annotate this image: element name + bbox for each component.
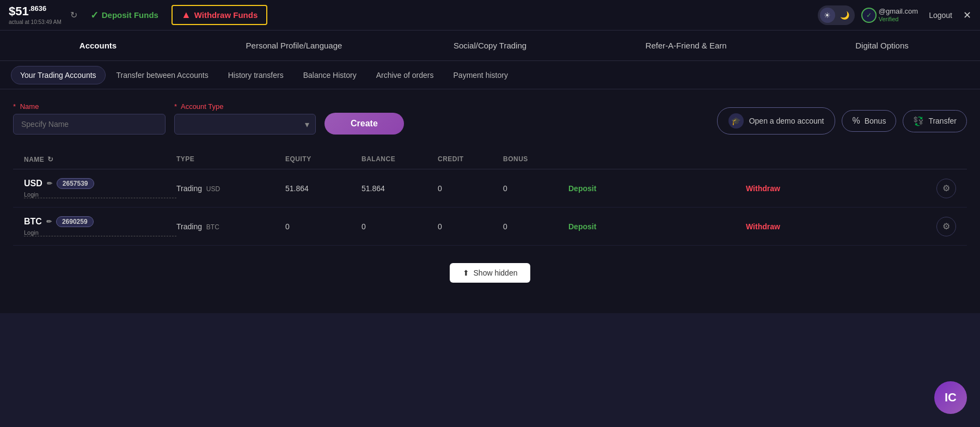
checkmark-icon: ✓ <box>90 9 99 21</box>
equity-btc: 0 <box>285 222 362 231</box>
type-cell-btc: Trading BTC <box>176 222 285 231</box>
type-select-wrapper: ▾ <box>174 114 316 135</box>
settings-button-btc[interactable]: ⚙ <box>936 217 956 236</box>
verified-label: Verified <box>879 16 918 23</box>
refresh-icon[interactable]: ↻ <box>70 10 77 20</box>
name-required-star: * <box>13 102 16 111</box>
settings-cell-usd: ⚙ <box>923 179 956 198</box>
subnav-your-trading-accounts[interactable]: Your Trading Accounts <box>11 66 106 84</box>
balance-timestamp: actual at 10:53:49 AM <box>9 19 62 26</box>
col-bonus: BONUS <box>503 155 568 163</box>
create-button[interactable]: Create <box>324 113 404 135</box>
verified-badge: ✓ @gmail.com Verified <box>861 7 918 23</box>
balance-btc: 0 <box>362 222 438 231</box>
bonus-btc: 0 <box>503 222 568 231</box>
settings-cell-btc: ⚙ <box>923 217 956 236</box>
currency-display-usd: USD ✏ 2657539 <box>24 178 176 189</box>
withdraw-button[interactable]: ▲ Withdraw Funds <box>171 5 267 25</box>
type-required-star: * <box>174 102 177 111</box>
balance-usd: 51.864 <box>362 184 438 193</box>
gear-icon-usd: ⚙ <box>942 183 950 193</box>
credit-btc: 0 <box>438 222 503 231</box>
balance-value: $51.8636 <box>9 4 62 19</box>
col-credit: CREDIT <box>438 155 503 163</box>
account-id-usd: 2657539 <box>57 178 94 189</box>
withdraw-action-btc: Withdraw <box>746 222 923 231</box>
sun-icon: ☀ <box>824 11 831 20</box>
percent-icon: % <box>852 116 860 126</box>
topbar-right: ☀ 🌙 ✓ @gmail.com Verified Logout ✕ <box>818 5 971 25</box>
deposit-link-btc[interactable]: Deposit <box>568 222 596 231</box>
close-button[interactable]: ✕ <box>963 9 971 21</box>
logout-button[interactable]: Logout <box>924 9 957 22</box>
withdraw-link-btc[interactable]: Withdraw <box>746 222 780 231</box>
type-select[interactable] <box>174 114 316 135</box>
nav-item-profile[interactable]: Personal Profile/Language <box>196 31 392 60</box>
account-name-btc: BTC ✏ 2690259 Login <box>24 216 176 236</box>
credit-usd: 0 <box>438 184 503 193</box>
nav-item-social[interactable]: Social/Copy Trading <box>392 31 588 60</box>
nav-item-refer[interactable]: Refer-A-Friend & Earn <box>588 31 784 60</box>
account-name-usd: USD ✏ 2657539 Login <box>24 178 176 198</box>
col-type: TYPE <box>176 155 285 163</box>
col-refresh-icon[interactable]: ↻ <box>47 155 54 163</box>
subnav-history-transfers[interactable]: History transfers <box>219 66 292 84</box>
topbar: $51.8636 actual at 10:53:49 AM ↻ ✓ Depos… <box>0 0 980 30</box>
withdraw-icon: ▲ <box>181 9 191 21</box>
type-label: * Account Type <box>174 102 316 111</box>
theme-toggle[interactable]: ☀ 🌙 <box>818 5 855 25</box>
col-withdraw-action <box>746 155 923 163</box>
bonus-usd: 0 <box>503 184 568 193</box>
nav-item-digital[interactable]: Digital Options <box>784 31 980 60</box>
deposit-link-usd[interactable]: Deposit <box>568 184 596 193</box>
subnav-payment-history[interactable]: Payment history <box>445 66 517 84</box>
balance-block: $51.8636 actual at 10:53:49 AM <box>9 4 62 26</box>
table-row: USD ✏ 2657539 Login Trading USD 51.864 5… <box>13 169 967 208</box>
subnav-balance-history[interactable]: Balance History <box>295 66 365 84</box>
col-equity: EQUITY <box>285 155 362 163</box>
equity-usd: 51.864 <box>285 184 362 193</box>
col-name: NAME ↻ <box>24 155 176 163</box>
light-theme-btn[interactable]: ☀ <box>820 8 835 23</box>
edit-icon-usd[interactable]: ✏ <box>47 180 52 187</box>
deposit-action-usd: Deposit <box>568 184 746 193</box>
edit-icon-btc[interactable]: ✏ <box>46 218 52 225</box>
settings-button-usd[interactable]: ⚙ <box>936 179 956 198</box>
transfer-button[interactable]: 💱 Transfer <box>903 110 967 132</box>
gear-icon-btc: ⚙ <box>942 221 950 231</box>
bonus-button[interactable]: % Bonus <box>842 110 896 132</box>
withdraw-action-usd: Withdraw <box>746 184 923 193</box>
name-label: * Name <box>13 102 166 111</box>
withdraw-link-usd[interactable]: Withdraw <box>746 184 780 193</box>
show-hidden-button[interactable]: ⬆ Show hidden <box>450 263 531 283</box>
transfer-icon: 💱 <box>913 116 924 126</box>
login-label-btc[interactable]: Login <box>24 229 176 236</box>
currency-display-btc: BTC ✏ 2690259 <box>24 216 176 227</box>
col-deposit-action <box>568 155 746 163</box>
open-demo-account-button[interactable]: 🎓 Open a demo account <box>717 107 836 135</box>
table-row: BTC ✏ 2690259 Login Trading BTC 0 0 0 0 … <box>13 208 967 246</box>
upload-icon: ⬆ <box>463 269 469 277</box>
name-field-group: * Name <box>13 102 166 135</box>
dark-theme-btn[interactable]: 🌙 <box>837 8 853 23</box>
table-header: NAME ↻ TYPE EQUITY BALANCE CREDIT BONUS <box>13 150 967 169</box>
type-field-group: * Account Type ▾ <box>174 102 316 135</box>
main-content: * Name * Account Type ▾ Create 🎓 Open a <box>0 89 980 313</box>
moon-icon: 🌙 <box>840 11 849 20</box>
graduation-cap-icon: 🎓 <box>728 113 744 129</box>
login-label-usd[interactable]: Login <box>24 191 176 198</box>
shield-check-icon: ✓ <box>861 8 877 23</box>
main-nav: Accounts Personal Profile/Language Socia… <box>0 30 980 61</box>
subnav-transfer[interactable]: Transfer between Accounts <box>108 66 217 84</box>
user-email: @gmail.com <box>879 7 918 16</box>
show-hidden-section: ⬆ Show hidden <box>13 246 967 300</box>
account-id-btc: 2690259 <box>56 216 94 227</box>
name-input[interactable] <box>13 114 166 135</box>
action-buttons: 🎓 Open a demo account % Bonus 💱 Transfer <box>717 107 967 135</box>
subnav-archive-orders[interactable]: Archive of orders <box>367 66 443 84</box>
nav-item-accounts[interactable]: Accounts <box>0 31 196 60</box>
bottom-logo[interactable]: IC <box>934 381 967 414</box>
subnav: Your Trading Accounts Transfer between A… <box>0 61 980 89</box>
col-balance: BALANCE <box>362 155 438 163</box>
deposit-button[interactable]: ✓ Deposit Funds <box>86 7 163 23</box>
